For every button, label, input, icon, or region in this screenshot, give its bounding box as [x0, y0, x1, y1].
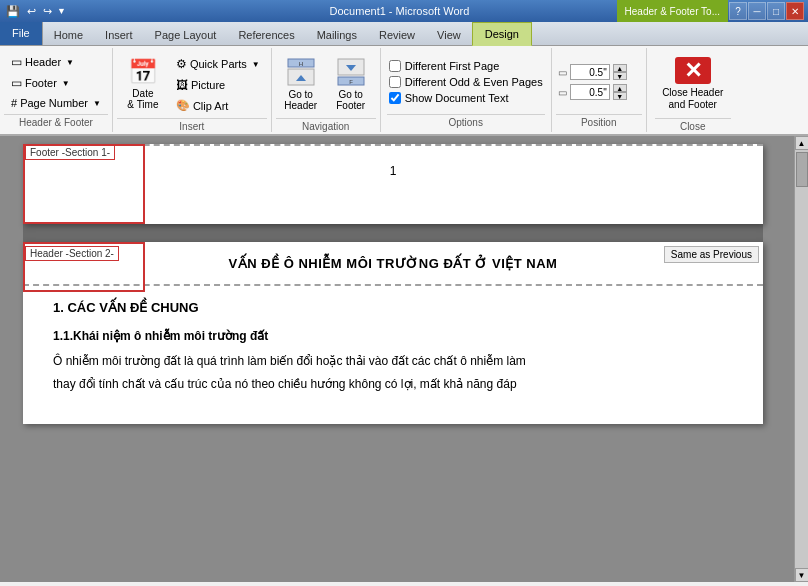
- group-label-navigation: Navigation: [276, 118, 376, 134]
- page-number-btn[interactable]: # Page Number ▼: [6, 94, 106, 112]
- page-2-para-1: 1.1.Khái niệm ô nhiễm môi trường đất: [53, 327, 733, 346]
- tab-view[interactable]: View: [426, 23, 472, 45]
- picture-btn[interactable]: 🖼 Picture: [171, 75, 265, 95]
- minimize-btn[interactable]: ─: [748, 2, 766, 20]
- different-first-page-checkbox-row[interactable]: Different First Page: [389, 60, 543, 72]
- go-to-footer-btn[interactable]: F Go toFooter: [328, 52, 374, 116]
- header-dropdown-arrow: ▼: [66, 58, 74, 67]
- page-2-para-2: Ô nhiễm môi trường đất là quá trình làm …: [53, 352, 733, 371]
- svg-text:F: F: [349, 79, 353, 85]
- group-label-header-footer: Header & Footer: [4, 114, 108, 130]
- header-text: VẤN ĐỀ Ô NHIỄM MÔI TRƯỜNG ĐẤT Ở VIỆT NAM: [25, 252, 761, 275]
- context-tab: Header & Footer To...: [617, 0, 728, 22]
- group-label-position: Position: [556, 114, 642, 130]
- header-section-2-label: Header -Section 2-: [25, 246, 119, 261]
- go-to-footer-icon: F: [335, 57, 367, 87]
- page-2-para-3: thay đổi tính chất và cấu trúc của nó th…: [53, 375, 733, 394]
- footer-section-1[interactable]: Footer -Section 1- 1: [23, 144, 763, 204]
- ribbon-group-position: ▭ ▲ ▼ ▭ ▲ ▼ Position: [552, 48, 647, 132]
- different-first-page-checkbox[interactable]: [389, 60, 401, 72]
- group-label-options: Options: [387, 114, 545, 130]
- footer-position-spinners: ▲ ▼: [613, 84, 627, 100]
- footer-pos-down[interactable]: ▼: [613, 92, 627, 100]
- tab-home[interactable]: Home: [43, 23, 94, 45]
- tab-references[interactable]: References: [227, 23, 305, 45]
- scroll-up-btn[interactable]: ▲: [795, 136, 809, 150]
- footer-position-input[interactable]: [570, 84, 610, 100]
- group-label-insert: Insert: [117, 118, 267, 134]
- qat-dropdown[interactable]: ▼: [57, 6, 66, 16]
- quick-parts-icon: ⚙: [176, 57, 187, 71]
- header-position-spinners: ▲ ▼: [613, 64, 627, 80]
- ribbon-group-close: ✕ Close Headerand Footer Close: [647, 48, 739, 132]
- picture-icon: 🖼: [176, 78, 188, 92]
- ribbon-group-options: Different First Page Different Odd & Eve…: [381, 48, 552, 132]
- date-time-btn[interactable]: 📅 Date& Time: [119, 52, 167, 116]
- scroll-thumb[interactable]: [796, 152, 808, 187]
- group-label-close: Close: [655, 118, 731, 134]
- help-btn[interactable]: ?: [729, 2, 747, 20]
- scroll-down-btn[interactable]: ▼: [795, 568, 809, 582]
- footer-dropdown-arrow: ▼: [62, 79, 70, 88]
- vertical-scrollbar[interactable]: ▲ ▼: [794, 136, 808, 582]
- header-pos-up[interactable]: ▲: [613, 64, 627, 72]
- different-odd-even-checkbox-row[interactable]: Different Odd & Even Pages: [389, 76, 543, 88]
- show-document-text-checkbox-row[interactable]: Show Document Text: [389, 92, 543, 104]
- footer-btn[interactable]: ▭ Footer ▼: [6, 73, 106, 93]
- go-to-header-icon: H: [285, 57, 317, 87]
- page-number-dropdown-arrow: ▼: [93, 99, 101, 108]
- page-number-display: 1: [43, 150, 743, 182]
- tab-page-layout[interactable]: Page Layout: [144, 23, 228, 45]
- close-header-footer-btn[interactable]: ✕ Close Headerand Footer: [657, 52, 729, 116]
- tab-design[interactable]: Design: [472, 22, 532, 46]
- close-header-footer-icon: ✕: [675, 57, 711, 84]
- clip-art-icon: 🎨: [176, 99, 190, 112]
- quick-parts-arrow: ▼: [252, 60, 260, 69]
- qat-save[interactable]: 💾: [4, 5, 22, 18]
- same-as-previous-btn[interactable]: Same as Previous: [664, 246, 759, 263]
- different-odd-even-checkbox[interactable]: [389, 76, 401, 88]
- tab-insert[interactable]: Insert: [94, 23, 144, 45]
- page-2-body: 1. CÁC VẤN ĐỀ CHUNG 1.1.Khái niệm ô nhiễ…: [23, 286, 763, 424]
- ribbon-group-navigation: H Go toHeader F Go toFooter: [272, 48, 381, 132]
- header-btn[interactable]: ▭ Header ▼: [6, 52, 106, 72]
- clip-art-btn[interactable]: 🎨 Clip Art: [171, 96, 265, 115]
- ribbon-group-header-footer: ▭ Header ▼ ▭ Footer ▼ # Page Number ▼ He…: [0, 48, 113, 132]
- show-document-text-checkbox[interactable]: [389, 92, 401, 104]
- footer-icon: ▭: [11, 76, 22, 90]
- header-position-row: ▭ ▲ ▼: [558, 64, 640, 80]
- header-position-input[interactable]: [570, 64, 610, 80]
- svg-text:H: H: [299, 61, 303, 67]
- footer-position-row: ▭ ▲ ▼: [558, 84, 640, 100]
- qat-undo[interactable]: ↩: [25, 5, 38, 18]
- tab-mailings[interactable]: Mailings: [306, 23, 368, 45]
- ribbon-group-insert: 📅 Date& Time ⚙ Quick Parts ▼ 🖼 Picture 🎨…: [113, 48, 272, 132]
- tab-file[interactable]: File: [0, 21, 43, 45]
- qat-redo[interactable]: ↪: [41, 5, 54, 18]
- header-pos-down[interactable]: ▼: [613, 72, 627, 80]
- quick-access-toolbar: 💾 ↩ ↪ ▼: [0, 0, 70, 22]
- page-1-footer-section: Footer -Section 1- 1: [23, 144, 763, 224]
- header-icon: ▭: [11, 55, 22, 69]
- tab-review[interactable]: Review: [368, 23, 426, 45]
- quick-parts-btn[interactable]: ⚙ Quick Parts ▼: [171, 54, 265, 74]
- go-to-header-btn[interactable]: H Go toHeader: [278, 52, 324, 116]
- maximize-btn[interactable]: □: [767, 2, 785, 20]
- footer-section-label: Footer -Section 1-: [25, 145, 115, 160]
- page-2-heading-1: 1. CÁC VẤN ĐỀ CHUNG: [53, 298, 733, 319]
- close-window-btn[interactable]: ✕: [786, 2, 804, 20]
- header-section-2[interactable]: Header -Section 2- VẤN ĐỀ Ô NHIỄM MÔI TR…: [23, 242, 763, 286]
- page-number-icon: #: [11, 97, 17, 109]
- page-separator: [23, 224, 763, 242]
- date-time-icon: 📅: [128, 58, 158, 86]
- footer-pos-up[interactable]: ▲: [613, 84, 627, 92]
- window-controls: ? ─ □ ✕: [729, 2, 808, 20]
- page-2: Header -Section 2- VẤN ĐỀ Ô NHIỄM MÔI TR…: [23, 242, 763, 424]
